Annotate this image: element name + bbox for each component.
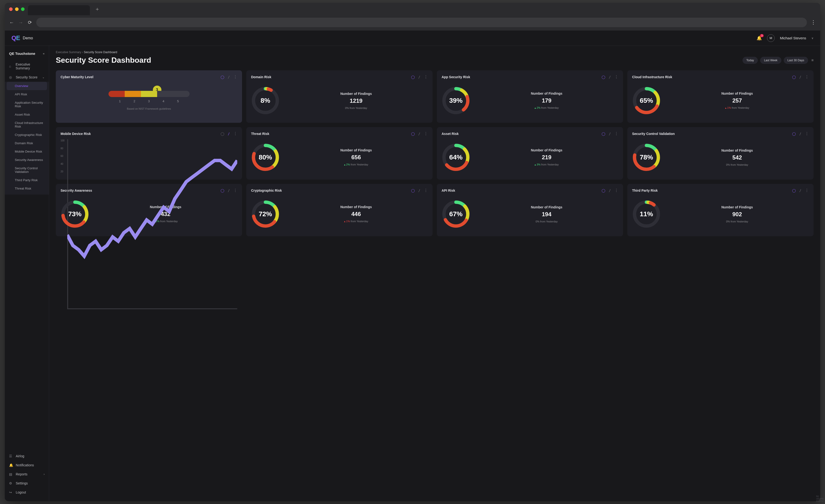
sidebar-sub-threat-risk[interactable]: Threat Risk — [5, 184, 49, 193]
trend-icon[interactable]: 〳 — [608, 75, 612, 79]
card-menu-icon[interactable]: ⋮ — [424, 75, 428, 79]
browser-tab[interactable] — [28, 5, 90, 15]
refresh-icon[interactable]: ◯ — [411, 189, 415, 193]
logo-icon: QE — [11, 34, 20, 42]
card-menu-icon[interactable]: ⋮ — [424, 188, 428, 193]
findings-count: 194 — [475, 211, 618, 218]
sidebar-sub-overview[interactable]: Overview — [7, 82, 47, 90]
sidebar-item-notifications[interactable]: 🔔Notifications — [5, 460, 49, 470]
refresh-icon[interactable]: ◯ — [221, 132, 224, 136]
sidebar-item-settings[interactable]: ⚙Settings — [5, 479, 49, 488]
trend-icon[interactable]: 〳 — [799, 75, 802, 79]
filter-last-week[interactable]: Last Week — [760, 57, 781, 64]
card-menu-icon[interactable]: ⋮ — [614, 188, 618, 193]
risk-percent: 11% — [632, 200, 661, 228]
chevron-down-icon[interactable]: ∨ — [811, 37, 814, 40]
filter-last-30-days[interactable]: Last 30 Days — [784, 57, 808, 64]
refresh-icon[interactable]: ◯ — [411, 132, 415, 136]
sidebar-sub-cloud-infrastructure-risk[interactable]: Cloud Infrastructure Risk — [5, 119, 49, 131]
findings-delta: ▴ 3% from Yesterday — [475, 163, 618, 166]
avatar[interactable]: M — [767, 34, 775, 42]
findings-label: Number of Findings — [666, 205, 809, 209]
findings-count: 446 — [285, 211, 428, 217]
sidebar-item-reports[interactable]: ▤Reports› — [5, 470, 49, 479]
card-menu-icon[interactable]: ⋮ — [233, 75, 237, 79]
card-menu-icon[interactable]: ⋮ — [614, 131, 618, 136]
trend-icon[interactable]: 〳 — [799, 132, 802, 136]
refresh-icon[interactable]: ◯ — [792, 189, 796, 193]
refresh-icon[interactable]: ◯ — [792, 132, 796, 136]
notification-badge: 3 — [760, 34, 764, 37]
trend-icon[interactable]: 〳 — [418, 189, 421, 193]
sidebar-sub-asset-risk[interactable]: Asset Risk — [5, 111, 49, 119]
card-title: API Risk — [442, 189, 455, 193]
risk-ring: 39% — [442, 86, 470, 115]
sidebar-sub-application-security-risk[interactable]: Application Security Risk — [5, 98, 49, 111]
sidebar-sub-security-control-validation[interactable]: Security Control Validation — [5, 164, 49, 176]
card-menu-icon[interactable]: ⋮ — [614, 75, 618, 79]
trend-icon[interactable]: 〳 — [227, 75, 231, 79]
risk-ring: 80% — [251, 143, 280, 172]
sidebar-collapse-icon[interactable]: « — [43, 52, 45, 55]
sidebar-sub-mobile-device-risk[interactable]: Mobile Device Risk — [5, 147, 49, 156]
sidebar-sub-api-risk[interactable]: API Risk — [5, 90, 49, 98]
refresh-icon[interactable]: ◯ — [602, 75, 605, 79]
sidebar-item-airlog[interactable]: ☰Airlog — [5, 451, 49, 460]
refresh-icon[interactable]: ◯ — [411, 75, 415, 79]
notifications-button[interactable]: 🔔 3 — [757, 35, 762, 41]
breadcrumb-parent[interactable]: Executive Summary — [56, 51, 81, 54]
card-menu-icon[interactable]: ⋮ — [805, 188, 809, 193]
back-icon[interactable]: ← — [9, 20, 14, 25]
filter-today[interactable]: Today — [743, 57, 758, 64]
scale-tick: 2 — [134, 99, 135, 103]
sidebar-item-logout[interactable]: ↪Logout — [5, 488, 49, 497]
reload-icon[interactable]: ⟳ — [27, 19, 32, 25]
sidebar-sub-third-party-risk[interactable]: Third Party Risk — [5, 176, 49, 184]
trend-icon[interactable]: 〳 — [418, 132, 421, 136]
findings-count: 902 — [666, 211, 809, 218]
sidebar-sub-cryptographic-risk[interactable]: Cryptographic Risk — [5, 131, 49, 139]
trend-icon[interactable]: 〳 — [608, 189, 612, 193]
refresh-icon[interactable]: ◯ — [221, 75, 224, 79]
brand[interactable]: QE Demo — [11, 34, 33, 42]
card-menu-icon[interactable]: ⋮ — [805, 131, 809, 136]
card-title: Security Control Validation — [632, 132, 675, 136]
minimize-window-icon[interactable] — [15, 7, 19, 11]
forward-icon[interactable]: → — [18, 20, 23, 25]
risk-ring: 73% — [61, 200, 89, 228]
maturity-note: Based on NIST Framework guidelines — [127, 107, 171, 110]
refresh-icon[interactable]: ◯ — [602, 132, 605, 136]
browser-menu-icon[interactable]: ⋮ — [811, 19, 816, 25]
new-tab-button[interactable]: ＋ — [95, 5, 100, 13]
sidebar-title: QE Touchstone — [9, 52, 35, 56]
card-domain-risk: Domain Risk ◯ 〳 ⋮ 8% Number of Findings … — [246, 70, 433, 123]
adjust-icon[interactable]: ≡ — [811, 58, 814, 63]
gear-icon: ⚙ — [9, 481, 13, 485]
card-title: App Security Risk — [442, 75, 470, 79]
card-menu-icon[interactable]: ⋮ — [805, 75, 809, 79]
card-cryptographic-risk: Cryptographic Risk ◯ 〳 ⋮ 72% Number of F… — [246, 184, 433, 236]
trend-icon[interactable]: 〳 — [227, 132, 231, 136]
sidebar-item-label: Airlog — [16, 454, 24, 458]
findings-label: Number of Findings — [666, 149, 809, 152]
trend-icon[interactable]: 〳 — [608, 132, 612, 136]
sidebar-item-security-score[interactable]: ◎Security Score⌄ — [5, 73, 49, 82]
card-menu-icon[interactable]: ⋮ — [424, 131, 428, 136]
findings-delta: ▴ 2% from Yesterday — [475, 106, 618, 110]
address-bar[interactable] — [36, 18, 807, 27]
maximize-window-icon[interactable] — [21, 7, 24, 11]
sidebar-item-executive-summary[interactable]: ⌂Executive Summary — [5, 60, 49, 73]
y-axis-ticks: 10080604020 — [61, 139, 65, 173]
close-window-icon[interactable] — [9, 7, 13, 11]
line-chart: 10080604020 — [61, 139, 237, 175]
sidebar-sub-security-awareness[interactable]: Security Awareness — [5, 156, 49, 164]
refresh-icon[interactable]: ◯ — [792, 75, 796, 79]
window-controls — [9, 7, 24, 11]
refresh-icon[interactable]: ◯ — [602, 189, 605, 193]
breadcrumb: Executive Summary › Security Score Dashb… — [56, 51, 814, 54]
trend-icon[interactable]: 〳 — [799, 189, 802, 193]
trend-icon[interactable]: 〳 — [418, 75, 421, 79]
sidebar-item-label: Logout — [16, 490, 26, 494]
card-menu-icon[interactable]: ⋮ — [233, 131, 237, 136]
sidebar-sub-domain-risk[interactable]: Domain Risk — [5, 139, 49, 147]
